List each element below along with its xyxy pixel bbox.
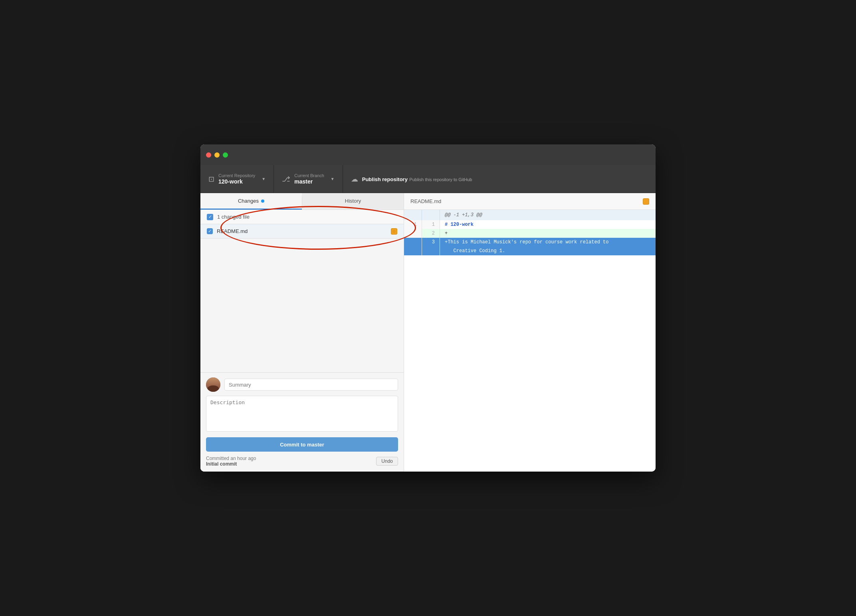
commit-message: Initial commit (206, 461, 237, 467)
changed-files-count: 1 changed file (217, 214, 250, 220)
tab-changes[interactable]: Changes (200, 193, 302, 209)
diff-modified-badge (643, 198, 649, 205)
file-checkbox[interactable]: ✓ (207, 228, 213, 234)
avatar (206, 377, 220, 392)
line-old-1: 1 (404, 220, 422, 229)
commit-time: Committed an hour ago (206, 456, 256, 461)
diff-line-1: 1 1 # 120-work (404, 220, 656, 229)
repo-label: Current Repository (218, 173, 255, 178)
meta-new-num (422, 210, 440, 220)
summary-input[interactable] (224, 379, 398, 391)
publish-icon: ☁ (351, 175, 358, 184)
maximize-button[interactable] (223, 152, 228, 158)
line-content-1: # 120-work (440, 220, 656, 229)
toolbar: ⊡ Current Repository 120-work ▼ ⎇ Curren… (200, 165, 656, 193)
changes-dot (261, 199, 264, 203)
file-list: ✓ README.md (200, 224, 404, 372)
last-commit-info: Committed an hour ago Initial commit (206, 456, 256, 467)
publish-text: Publish repository Publish this reposito… (362, 176, 472, 183)
diff-content: @@ -1 +1,3 @@ 1 1 # 120-work 2 + (404, 210, 656, 472)
current-repo-section[interactable]: ⊡ Current Repository 120-work ▼ (200, 165, 274, 193)
file-name: README.md (217, 228, 387, 234)
line-new-1: 1 (422, 220, 440, 229)
diff-meta-content: @@ -1 +1,3 @@ (440, 210, 656, 220)
file-modified-badge (391, 228, 397, 235)
tab-changes-label: Changes (238, 198, 259, 204)
diff-line-3: 3 +This is Michael Musick's repo for cou… (404, 238, 656, 255)
close-button[interactable] (206, 152, 211, 158)
undo-button[interactable]: Undo (376, 457, 398, 466)
tabs: Changes History (200, 193, 404, 210)
last-commit-row: Committed an hour ago Initial commit Und… (206, 456, 398, 467)
publish-section[interactable]: ☁ Publish repository Publish this reposi… (343, 165, 480, 193)
meta-old-num (404, 210, 422, 220)
line-old-3 (404, 238, 422, 255)
tab-history[interactable]: History (302, 193, 404, 209)
branch-name: master (294, 178, 313, 185)
diff-filename: README.md (410, 198, 441, 204)
publish-label: Publish repository (362, 176, 408, 182)
line-new-2: 2 (422, 229, 440, 238)
branch-icon: ⎇ (282, 175, 290, 184)
main-content: Changes History ✓ 1 changed file (200, 193, 656, 472)
commit-summary-row (206, 377, 398, 392)
description-input[interactable] (206, 396, 398, 432)
right-panel: README.md @@ -1 +1,3 @@ 1 1 # 120-work (404, 193, 656, 472)
branch-text: Current Branch master (294, 173, 324, 185)
repo-chevron-icon: ▼ (262, 177, 266, 181)
left-panel: Changes History ✓ 1 changed file (200, 193, 404, 472)
tab-history-label: History (345, 198, 361, 204)
line-new-3: 3 (422, 238, 440, 255)
titlebar (200, 144, 656, 165)
publish-sublabel: Publish this repository to GitHub (409, 177, 472, 182)
line-content-2: + (440, 229, 656, 238)
minimize-button[interactable] (214, 152, 220, 158)
modified-dot (393, 230, 395, 233)
changed-files-header: ✓ 1 changed file (200, 210, 404, 224)
line-content-3: +This is Michael Musick's repo for cours… (440, 238, 656, 255)
commit-section: Commit to master Committed an hour ago I… (200, 372, 404, 472)
repo-name: 120-work (218, 178, 243, 185)
app-window: ⊡ Current Repository 120-work ▼ ⎇ Curren… (200, 144, 656, 472)
line-old-2 (404, 229, 422, 238)
diff-meta-line: @@ -1 +1,3 @@ (404, 210, 656, 220)
diff-line-2: 2 + (404, 229, 656, 238)
commit-button[interactable]: Commit to master (206, 437, 398, 452)
repo-text: Current Repository 120-work (218, 173, 255, 185)
avatar-face (206, 377, 220, 392)
diff-header: README.md (404, 193, 656, 210)
repo-icon: ⊡ (208, 175, 214, 184)
current-branch-section[interactable]: ⎇ Current Branch master ▼ (274, 165, 343, 193)
list-item[interactable]: ✓ README.md (200, 224, 404, 239)
branch-chevron-icon: ▼ (331, 177, 335, 181)
select-all-checkbox[interactable]: ✓ (207, 214, 213, 220)
branch-label: Current Branch (294, 173, 324, 178)
